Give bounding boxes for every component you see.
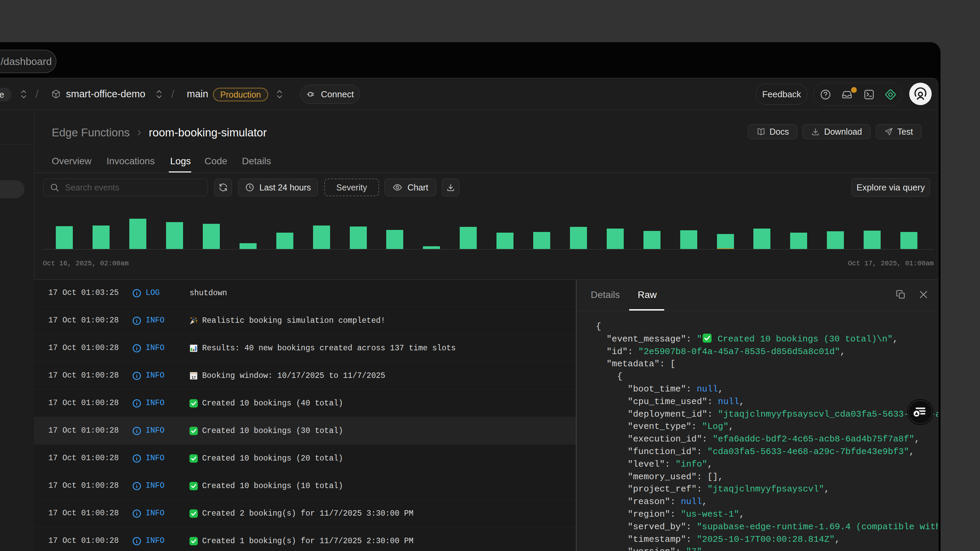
svg-text:17: 17 bbox=[192, 375, 196, 379]
